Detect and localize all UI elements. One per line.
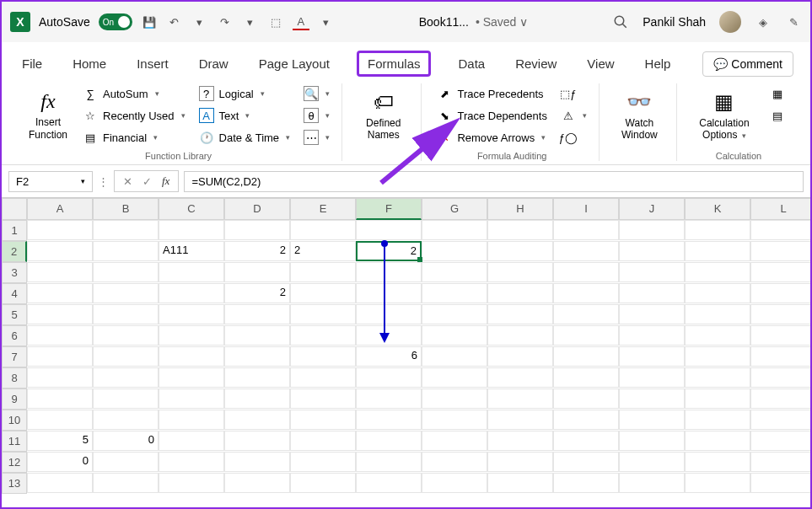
cell[interactable] (159, 367, 224, 388)
financial-button[interactable]: ▤Financial▾ (78, 127, 191, 147)
cell[interactable] (750, 304, 810, 324)
col-header[interactable]: C (159, 198, 224, 220)
formula-input[interactable]: =SUM(C2,D2) (184, 171, 804, 192)
cell[interactable] (224, 325, 290, 346)
cell[interactable] (290, 325, 356, 346)
cell[interactable] (422, 367, 487, 388)
workbook-name[interactable]: Book11... (419, 15, 469, 29)
tab-review[interactable]: Review (512, 51, 560, 76)
cell[interactable] (422, 473, 487, 493)
cell[interactable] (93, 473, 159, 493)
cell[interactable] (27, 473, 93, 493)
cell[interactable] (290, 220, 356, 240)
tab-help[interactable]: Help (642, 51, 675, 76)
cell[interactable] (685, 241, 750, 261)
cell[interactable] (750, 346, 810, 367)
tab-view[interactable]: View (583, 51, 617, 76)
cell[interactable] (224, 304, 290, 324)
cell[interactable] (553, 346, 619, 367)
cell[interactable] (290, 473, 356, 493)
search-icon[interactable] (612, 13, 629, 30)
cell[interactable] (290, 283, 356, 303)
cell[interactable] (93, 367, 159, 388)
col-header[interactable]: K (685, 198, 750, 220)
cell[interactable] (27, 304, 93, 324)
cell[interactable] (422, 410, 487, 430)
name-box[interactable]: F2▾ (8, 171, 93, 192)
calculate-sheet-button[interactable]: ▤ (765, 105, 790, 126)
cell[interactable] (487, 262, 553, 282)
cell[interactable] (159, 304, 224, 324)
cell[interactable] (553, 452, 619, 472)
enter-icon[interactable]: ✓ (139, 175, 155, 188)
cell[interactable] (422, 388, 487, 409)
cell[interactable] (224, 220, 290, 240)
trace-dependents-button[interactable]: ⬊Trace Dependents (432, 105, 551, 126)
more-functions-button[interactable]: ⋯▾ (298, 127, 335, 147)
cell[interactable] (422, 304, 487, 324)
cell[interactable] (619, 220, 685, 240)
calculate-now-button[interactable]: ▦ (765, 83, 790, 104)
cell[interactable] (685, 410, 750, 430)
cell[interactable] (159, 452, 224, 472)
select-all-corner[interactable] (2, 198, 27, 220)
cancel-icon[interactable]: ✕ (120, 175, 136, 188)
cell[interactable] (159, 410, 224, 430)
cell[interactable] (93, 346, 159, 367)
row-header[interactable]: 11 (2, 431, 27, 452)
tab-home[interactable]: Home (69, 51, 110, 76)
cell[interactable] (27, 220, 93, 240)
cell[interactable] (685, 388, 750, 409)
cell[interactable] (619, 304, 685, 324)
cell[interactable] (487, 431, 553, 451)
cell[interactable] (27, 262, 93, 282)
cell[interactable] (27, 241, 93, 261)
row-header[interactable]: 8 (2, 367, 27, 388)
cell[interactable] (685, 220, 750, 240)
recently-used-button[interactable]: ☆Recently Used▾ (78, 105, 191, 126)
cell[interactable] (356, 452, 422, 472)
col-header[interactable]: F (356, 198, 422, 220)
cell[interactable] (750, 431, 810, 451)
cell[interactable] (750, 325, 810, 346)
math-button[interactable]: θ▾ (298, 105, 335, 126)
cell[interactable] (224, 367, 290, 388)
evaluate-formula-button[interactable]: ƒ◯ (556, 127, 592, 147)
cell[interactable]: 2 (224, 241, 290, 261)
fx-icon[interactable]: fx (159, 174, 173, 188)
cell[interactable] (356, 220, 422, 240)
row-header[interactable]: 3 (2, 262, 27, 283)
tab-draw[interactable]: Draw (196, 51, 232, 76)
cell[interactable] (619, 452, 685, 472)
cell[interactable] (159, 262, 224, 282)
cell[interactable] (27, 283, 93, 303)
cell[interactable] (487, 241, 553, 261)
cell[interactable] (290, 346, 356, 367)
cell[interactable] (619, 410, 685, 430)
cell[interactable] (27, 367, 93, 388)
comment-button[interactable]: 💬Comment (702, 51, 793, 77)
cell[interactable] (422, 325, 487, 346)
cell[interactable] (750, 452, 810, 472)
tab-file[interactable]: File (19, 51, 46, 76)
cell[interactable] (750, 220, 810, 240)
cell[interactable] (487, 367, 553, 388)
watch-window-button[interactable]: 👓 Watch Window (610, 83, 669, 147)
remove-arrows-button[interactable]: ✕Remove Arrows▾ (432, 127, 551, 147)
cell[interactable] (356, 431, 422, 451)
cell[interactable] (422, 283, 487, 303)
cell[interactable] (553, 325, 619, 346)
cell[interactable] (685, 283, 750, 303)
col-header[interactable]: J (619, 198, 685, 220)
col-header[interactable]: G (422, 198, 487, 220)
cell[interactable] (553, 262, 619, 282)
cell[interactable] (290, 367, 356, 388)
cell[interactable] (93, 325, 159, 346)
cell[interactable] (159, 220, 224, 240)
insert-function-button[interactable]: fx Insert Function (22, 83, 74, 147)
cell[interactable] (619, 367, 685, 388)
lookup-button[interactable]: 🔍▾ (298, 83, 335, 104)
row-header[interactable]: 5 (2, 304, 27, 325)
cell[interactable] (487, 388, 553, 409)
save-status[interactable]: • Saved ∨ (476, 15, 528, 29)
